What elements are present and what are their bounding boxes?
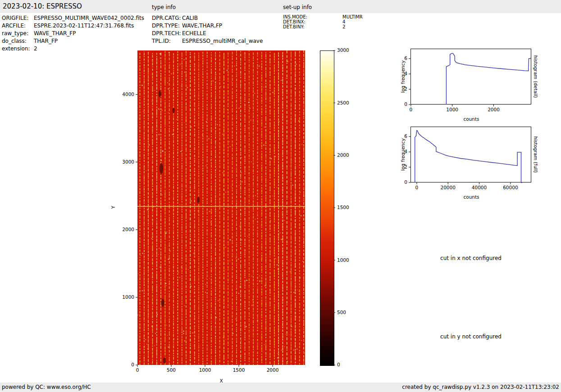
svg-text:1500: 1500 xyxy=(337,205,349,210)
meta-value: 2 xyxy=(342,24,345,29)
qc-report-page: 2023-02-10: ESPRESSO type info set-up in… xyxy=(0,0,561,392)
meta-value: CALIB xyxy=(182,15,198,21)
meta-label: raw_type: xyxy=(2,30,34,36)
svg-text:0: 0 xyxy=(415,185,419,190)
colorbar-ticks: 050010001500200025003000 xyxy=(333,50,365,366)
meta-label: DPR.TECH: xyxy=(152,30,182,36)
meta-row: TPL.ID: ESPRESSO_multiMR_cal_wave xyxy=(152,38,263,46)
svg-text:0: 0 xyxy=(404,101,407,107)
meta-value: THAR_FP xyxy=(34,38,58,44)
meta-label: TPL.ID: xyxy=(152,38,182,44)
svg-text:2500: 2500 xyxy=(337,100,349,105)
svg-text:0: 0 xyxy=(404,179,407,185)
meta-label: DET.BINX: xyxy=(283,19,342,24)
footer-right: created by qc_rawdisp.py v1.2.3 on 2023-… xyxy=(402,384,559,390)
meta-value: 2 xyxy=(34,46,37,52)
cut-x-message: cut in x not configured xyxy=(440,255,502,261)
svg-text:4000: 4000 xyxy=(122,91,134,97)
hist-full-xlabel: counts xyxy=(463,194,479,200)
svg-text:1500: 1500 xyxy=(233,367,245,373)
svg-text:1000: 1000 xyxy=(122,294,134,300)
meta-value: MULTIMR xyxy=(342,14,363,19)
hist-full-ylabel: log frequency xyxy=(400,138,406,171)
meta-label: extension: xyxy=(2,46,34,52)
svg-text:60000: 60000 xyxy=(503,185,518,190)
footer-left: powered by QC: www.eso.org/HC xyxy=(2,384,91,390)
colorbar xyxy=(320,50,334,366)
hist-full-right-label: histogram (full) xyxy=(533,137,538,173)
svg-text:1000: 1000 xyxy=(337,257,349,263)
setup-info-heading: set-up info xyxy=(283,4,312,10)
svg-text:3000: 3000 xyxy=(337,47,349,53)
hist-detail-right-label: histogram (detail) xyxy=(533,55,538,98)
page-title: 2023-02-10: ESPRESSO xyxy=(3,2,82,10)
svg-text:20000: 20000 xyxy=(440,185,455,190)
meta-row: DPR.TYPE: WAVE,THAR,FP xyxy=(152,23,263,30)
svg-text:1000: 1000 xyxy=(199,367,211,373)
svg-text:2000: 2000 xyxy=(337,152,349,158)
raw-frame-axes: 010002000300040000500100015002000 xyxy=(117,47,318,391)
type-info-list: DPR.CATG: CALIB DPR.TYPE: WAVE,THAR,FP D… xyxy=(152,15,263,46)
meta-row: DPR.TECH: ECHELLE xyxy=(152,30,263,38)
meta-label: ORIGFILE: xyxy=(2,15,34,21)
meta-value: WAVE_THAR_FP xyxy=(34,30,76,36)
meta-row: DET.BINX: 4 xyxy=(283,19,363,24)
meta-value: WAVE,THAR,FP xyxy=(182,23,222,29)
footer-bar: powered by QC: www.eso.org/HC created by… xyxy=(0,383,561,392)
hist-detail-ylabel: log frequency xyxy=(400,60,406,93)
meta-row: ORIGFILE: ESPRESSO_MULTIMR_WAVE042_0002.… xyxy=(2,15,144,23)
meta-row: INS.MODE: MULTIMR xyxy=(283,14,363,19)
meta-label: DPR.CATG: xyxy=(152,15,182,21)
meta-row: ARCFILE: ESPRE.2023-02-11T12:47:31.768.f… xyxy=(2,23,144,30)
svg-text:500: 500 xyxy=(337,310,346,315)
setup-info-list: INS.MODE: MULTIMR DET.BINX: 4 DET.BINY: … xyxy=(283,14,363,29)
header-bar: 2023-02-10: ESPRESSO type info set-up in… xyxy=(0,0,561,13)
svg-text:0: 0 xyxy=(337,362,340,367)
meta-row: DET.BINY: 2 xyxy=(283,24,363,29)
meta-value: ESPRESSO_multiMR_cal_wave xyxy=(182,38,263,44)
meta-label: DET.BINY: xyxy=(283,24,342,29)
meta-row: DPR.CATG: CALIB xyxy=(152,15,263,23)
meta-label: DPR.TYPE: xyxy=(152,23,182,29)
meta-label: do_class: xyxy=(2,38,34,44)
svg-text:40000: 40000 xyxy=(472,185,487,190)
meta-row: raw_type: WAVE_THAR_FP xyxy=(2,30,144,38)
meta-row: do_class: THAR_FP xyxy=(2,38,144,46)
svg-text:2000: 2000 xyxy=(267,367,279,373)
raw-yaxis-label: Y xyxy=(110,206,116,209)
meta-value: ESPRE.2023-02-11T12:47:31.768.fits xyxy=(34,23,134,29)
svg-text:0: 0 xyxy=(410,107,413,112)
svg-text:1000: 1000 xyxy=(446,107,458,112)
hist-detail-xlabel: counts xyxy=(463,116,479,122)
meta-label: ARCFILE: xyxy=(2,23,34,29)
svg-text:2000: 2000 xyxy=(488,107,500,112)
meta-value: 4 xyxy=(342,19,345,24)
svg-text:0: 0 xyxy=(131,362,134,367)
svg-text:3000: 3000 xyxy=(122,159,134,164)
meta-value: ESPRESSO_MULTIMR_WAVE042_0002.fits xyxy=(34,15,144,21)
type-info-heading: type info xyxy=(152,4,176,10)
cut-y-message: cut in y not configured xyxy=(440,333,502,340)
meta-value: ECHELLE xyxy=(182,30,206,36)
svg-text:2000: 2000 xyxy=(122,227,134,232)
histogram-detail-plot: 0100020000246 xyxy=(410,49,531,105)
svg-text:0: 0 xyxy=(136,367,139,373)
meta-label: INS.MODE: xyxy=(283,14,342,19)
svg-text:500: 500 xyxy=(167,367,176,373)
histogram-full-plot: 02000040000600000246 xyxy=(410,127,531,182)
